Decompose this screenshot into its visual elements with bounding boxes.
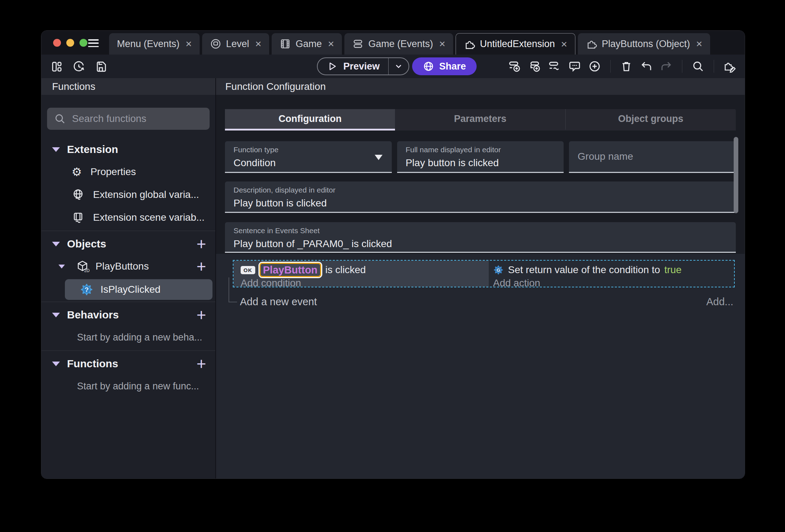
circle-plus-icon[interactable]	[588, 60, 601, 73]
add-behavior-button[interactable]: +	[195, 308, 207, 322]
undo-icon[interactable]	[640, 60, 653, 73]
close-icon[interactable]: ×	[186, 38, 192, 50]
chevron-down-icon[interactable]	[52, 362, 60, 366]
menu-icon[interactable]	[88, 39, 99, 47]
panels-icon[interactable]	[50, 60, 63, 73]
field-label: Full name displayed in editor	[406, 145, 555, 154]
minimize-window-button[interactable]	[66, 39, 74, 47]
tree-item-extension-scene-variables[interactable]: Extension scene variab...	[41, 206, 215, 229]
add-object-function-button[interactable]: +	[195, 259, 207, 273]
save-icon[interactable]	[94, 60, 107, 73]
tab-game-events[interactable]: Game (Events) ×	[344, 33, 453, 55]
chevron-down-icon[interactable]	[52, 147, 60, 152]
zoom-window-button[interactable]	[79, 39, 87, 47]
tab-untitled-extension[interactable]: UntitledExtension ×	[456, 33, 575, 55]
close-icon[interactable]: ×	[328, 38, 334, 50]
tree-item-playbuttons[interactable]: 2D PlayButtons +	[41, 255, 215, 278]
condition-object-token[interactable]: PlayButton	[260, 263, 321, 277]
tab-level[interactable]: Level ×	[202, 33, 269, 55]
full-name-field[interactable]: Full name displayed in editor Play butto…	[397, 141, 564, 173]
preview-button[interactable]: Preview	[317, 57, 409, 75]
puzzle-icon	[464, 39, 475, 50]
share-label: Share	[439, 61, 466, 72]
search-functions-box[interactable]	[47, 108, 210, 130]
svg-text:2D: 2D	[84, 268, 89, 273]
sidebar-title: Functions	[52, 81, 95, 92]
search-icon	[54, 113, 66, 124]
tab-label: Level	[226, 39, 249, 50]
button-object-icon: OK	[241, 266, 255, 274]
gdevelop-gear-icon: G	[493, 265, 504, 275]
comment-icon[interactable]	[568, 60, 581, 73]
tree-section-extension[interactable]: Extension	[41, 138, 215, 160]
chevron-down-icon[interactable]	[52, 313, 60, 317]
tree-item-isplayclicked-selected[interactable]: ? IsPlayClicked	[65, 279, 212, 300]
events-icon	[352, 38, 364, 50]
vertical-scrollbar[interactable]	[734, 137, 738, 213]
add-other-events-icon[interactable]	[548, 60, 561, 73]
selected-event-row[interactable]: OK PlayButton is clicked Add condition G	[233, 260, 735, 287]
traffic-lights	[53, 39, 87, 47]
functions-sidebar: Extension ⚙ Properties Extension global …	[41, 95, 216, 479]
chevron-down-icon	[394, 62, 403, 71]
tree-section-objects[interactable]: Objects +	[41, 233, 215, 255]
close-icon[interactable]: ×	[255, 38, 262, 50]
scene-icon	[210, 38, 221, 50]
tree-item-properties[interactable]: ⚙ Properties	[41, 160, 215, 183]
gear-icon: ⚙	[72, 166, 82, 178]
behaviors-empty-hint: Start by adding a new beha...	[41, 326, 215, 349]
chevron-down-icon[interactable]	[58, 265, 65, 268]
group-name-field[interactable]: Group name	[569, 141, 736, 173]
preview-options-button[interactable]	[389, 62, 409, 71]
field-value: Play button is clicked	[234, 198, 727, 209]
share-button[interactable]: Share	[412, 57, 477, 75]
add-action-button[interactable]: Add action	[493, 277, 734, 289]
tab-label: Menu (Events)	[117, 39, 180, 50]
divider	[41, 351, 215, 351]
tab-game[interactable]: Game ×	[272, 33, 342, 55]
description-field[interactable]: Description, displayed in editor Play bu…	[225, 181, 736, 213]
search-functions-input[interactable]	[72, 113, 202, 124]
add-more-button[interactable]: Add...	[706, 296, 733, 308]
events-sheet[interactable]: OK PlayButton is clicked Add condition G	[216, 254, 745, 479]
field-value: Play button is clicked	[406, 157, 555, 169]
close-icon[interactable]: ×	[439, 38, 446, 50]
title-bar: Menu (Events) × Level × Game × Game (Eve…	[41, 31, 745, 55]
add-object-button[interactable]: +	[195, 237, 207, 251]
tab-label: Game	[296, 39, 322, 50]
field-value: Condition	[234, 157, 383, 169]
add-event-icon[interactable]	[508, 60, 521, 73]
edit-extension-icon[interactable]	[723, 60, 736, 73]
conditions-column[interactable]: OK PlayButton is clicked Add condition	[234, 261, 489, 287]
close-icon[interactable]: ×	[561, 38, 567, 50]
add-new-event-button[interactable]: Add a new event	[240, 296, 317, 308]
divider	[41, 302, 215, 302]
main-panel-title: Function Configuration	[225, 81, 326, 92]
toolbar: Preview Share	[41, 55, 745, 78]
tab-playbuttons-object[interactable]: PlayButtons (Object) ×	[578, 33, 710, 55]
close-icon[interactable]: ×	[696, 38, 703, 50]
tree-section-functions[interactable]: Functions +	[41, 353, 215, 375]
trash-icon[interactable]	[620, 60, 633, 73]
tree-item-extension-global-variables[interactable]: Extension global varia...	[41, 183, 215, 206]
tab-menu-events[interactable]: Menu (Events) ×	[109, 33, 200, 55]
redo-icon[interactable]	[660, 60, 673, 73]
tree-section-behaviors[interactable]: Behaviors +	[41, 304, 215, 326]
add-function-button[interactable]: +	[195, 357, 207, 371]
actions-column[interactable]: G Set return value of the condition to t…	[489, 261, 734, 287]
add-condition-button[interactable]: Add condition	[241, 277, 489, 289]
field-value: Play button of _PARAM0_ is clicked	[234, 238, 727, 250]
tab-object-groups[interactable]: Object groups	[565, 109, 736, 131]
action-value[interactable]: true	[665, 264, 682, 276]
add-subevent-icon[interactable]	[528, 60, 541, 73]
function-type-select[interactable]: Function type Condition	[225, 141, 392, 173]
history-icon[interactable]	[72, 60, 85, 73]
sentence-field[interactable]: Sentence in Events Sheet Play button of …	[225, 222, 736, 253]
close-window-button[interactable]	[53, 39, 61, 47]
action-text: Set return value of the condition to	[508, 264, 660, 276]
tab-configuration[interactable]: Configuration	[225, 109, 395, 131]
tab-parameters[interactable]: Parameters	[395, 109, 565, 131]
search-icon[interactable]	[692, 60, 704, 73]
chevron-down-icon[interactable]	[52, 242, 60, 246]
globe-icon	[423, 61, 434, 72]
